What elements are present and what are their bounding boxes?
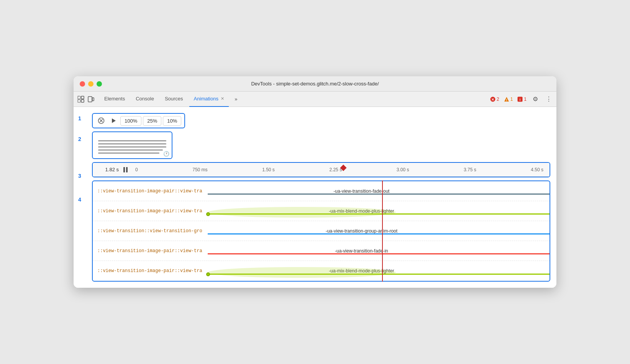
preview-line-1 [98, 140, 166, 141]
timeline-ruler: 0 750 ms 1.50 s 2.25 s 3.00 s 3.75 s 4.5… [132, 167, 546, 172]
speed-100-button[interactable]: 100% [120, 116, 141, 126]
anim-label-4: ::view-transition-image-pair::view-tra [93, 248, 208, 254]
anim-bar-blue [208, 233, 550, 234]
info-badge: i 1 [517, 97, 527, 102]
preview-line-2 [98, 143, 166, 144]
preview-lines [95, 137, 169, 157]
marker-450s: 4.50 s [531, 167, 543, 172]
minimize-button[interactable] [88, 81, 94, 87]
preview-line-3 [98, 146, 166, 148]
settings-icon[interactable]: ⚙ [531, 94, 540, 104]
preview-line-5 [98, 152, 159, 154]
title-bar: DevTools - simple-set-demos.glitch.me/2-… [74, 76, 556, 92]
animation-rows: ::view-transition-image-pair::view-tra -… [92, 180, 550, 282]
controls-row: 100% 25% 10% [92, 113, 550, 128]
close-button[interactable] [80, 81, 85, 87]
timeline-section: 1.82 s 0 750 ms 1.50 s 2.25 s 3.00 s 3.7… [92, 162, 550, 177]
svg-rect-3 [81, 100, 84, 102]
speed-10-button[interactable]: 10% [163, 116, 181, 126]
tab-sources[interactable]: Sources [160, 92, 188, 107]
preview-line-4 [98, 149, 163, 151]
marker-0: 0 [135, 167, 138, 172]
more-tabs-icon[interactable]: » [232, 95, 240, 103]
tab-animations[interactable]: Animations ✕ [189, 92, 229, 107]
traffic-lights [80, 81, 102, 87]
marker-750ms: 750 ms [192, 167, 207, 172]
preview-box: 🕐 [92, 131, 172, 159]
svg-rect-4 [88, 97, 92, 102]
anim-name-3: -ua-view-transition-group-anim-root [326, 228, 397, 234]
play-button[interactable] [108, 115, 119, 126]
anim-label-1: ::view-transition-image-pair::view-tra [93, 189, 208, 194]
pause-button[interactable] [123, 167, 128, 172]
animation-row-1: ::view-transition-image-pair::view-tra -… [93, 181, 550, 201]
anim-name-4: -ua-view-transition-fade-in [335, 248, 388, 254]
tab-elements[interactable]: Elements [100, 92, 130, 107]
marker-300s: 3.00 s [397, 167, 409, 172]
anim-bar-1 [208, 193, 550, 195]
green-blob-1 [208, 207, 396, 218]
playhead-line [382, 180, 383, 282]
sections-wrapper: 1 100% 25% 10% 2 [77, 110, 553, 285]
pause-bar-left [123, 167, 125, 172]
devtools-window: DevTools - simple-set-demos.glitch.me/2-… [74, 76, 556, 288]
main-content: 1 100% 25% 10% 2 [74, 107, 556, 288]
svg-text:!: ! [506, 98, 507, 102]
animation-row-5: ::view-transition-image-pair::view-tra -… [93, 261, 550, 281]
marker-150s: 1.50 s [262, 167, 275, 172]
preview-clock-icon: 🕐 [163, 151, 169, 157]
tab-console[interactable]: Console [131, 92, 159, 107]
anim-bar-green-2 [208, 274, 550, 275]
anim-timeline-1: -ua-view-transition-fade-out [208, 181, 550, 201]
svg-rect-0 [78, 96, 80, 99]
controls-box: 100% 25% 10% [92, 113, 185, 128]
svg-marker-15 [112, 118, 116, 123]
tab-bar: Elements Console Sources Animations ✕ » … [74, 92, 556, 107]
time-display: 1.82 s [96, 167, 119, 172]
anim-timeline-2: -ua-mix-blend-mode-plus-lighter [208, 201, 550, 221]
tab-bar-icons [77, 95, 95, 103]
preview-wrapper: 🕐 [92, 131, 550, 159]
pause-bar-right [126, 167, 128, 172]
playhead-indicator [341, 166, 346, 170]
timeline-wrapper: 1.82 s 0 750 ms 1.50 s 2.25 s 3.00 s 3.7… [92, 162, 550, 177]
anim-label-3: ::view-transition::view-transition-gro [93, 228, 208, 234]
inspect-icon[interactable] [77, 95, 85, 103]
marker-375s: 3.75 s [464, 167, 476, 172]
animation-row-2: ::view-transition-image-pair::view-tra -… [93, 201, 550, 221]
section-label-3: 3 [78, 173, 81, 179]
anim-timeline-4: -ua-view-transition-fade-in [208, 241, 550, 261]
anim-dot-1 [206, 212, 210, 216]
anim-bar-red [208, 253, 550, 254]
animation-rows-wrapper: ::view-transition-image-pair::view-tra -… [92, 180, 550, 282]
anim-label-2: ::view-transition-image-pair::view-tra [93, 208, 208, 214]
tab-more-area: ✕ 2 ! 1 i 1 ⚙ ⋮ [490, 94, 553, 104]
warning-badge: ! 1 [504, 97, 513, 102]
more-options-icon[interactable]: ⋮ [544, 94, 553, 104]
speed-25-button[interactable]: 25% [143, 116, 161, 126]
svg-text:✕: ✕ [491, 98, 494, 102]
animation-row-3: ::view-transition::view-transition-gro -… [93, 221, 550, 241]
anim-bar-green-1 [208, 213, 550, 215]
section-label-2: 2 [78, 136, 81, 142]
anim-label-5: ::view-transition-image-pair::view-tra [93, 268, 208, 274]
anim-dot-2 [206, 272, 210, 276]
green-blob-2 [208, 267, 396, 278]
svg-rect-1 [78, 100, 80, 102]
maximize-button[interactable] [97, 81, 102, 87]
error-badge: ✕ 2 [490, 97, 499, 102]
playhead-diamond [340, 164, 347, 171]
anim-timeline-3: -ua-view-transition-group-anim-root [208, 221, 550, 241]
svg-rect-2 [81, 96, 84, 99]
section-label-4: 4 [78, 197, 81, 203]
window-title: DevTools - simple-set-demos.glitch.me/2-… [251, 81, 379, 87]
anim-name-1: -ua-view-transition-fade-out [333, 189, 389, 194]
animation-row-4: ::view-transition-image-pair::view-tra -… [93, 241, 550, 261]
section-label-1: 1 [78, 115, 81, 121]
close-tab-icon[interactable]: ✕ [221, 96, 224, 101]
anim-timeline-5: -ua-mix-blend-mode-plus-lighter [208, 261, 550, 281]
clear-button[interactable] [96, 115, 107, 126]
timeline-header: 1.82 s 0 750 ms 1.50 s 2.25 s 3.00 s 3.7… [93, 163, 550, 177]
svg-text:i: i [520, 98, 521, 102]
device-icon[interactable] [87, 95, 95, 103]
